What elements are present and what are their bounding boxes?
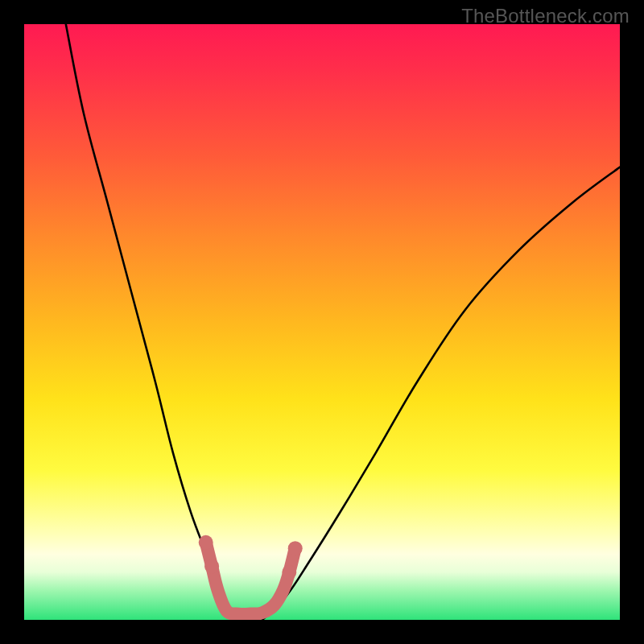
curve-layer	[66, 24, 620, 620]
plot-area	[24, 24, 620, 620]
curve-left-branch	[66, 24, 233, 620]
valley-marker-dot	[282, 565, 296, 580]
valley-marker-dot	[199, 535, 213, 550]
valley-marker-dot	[204, 559, 219, 573]
chart-svg	[24, 24, 620, 620]
marker-layer	[199, 535, 303, 614]
curve-right-branch	[262, 167, 620, 620]
valley-marker-dot	[288, 541, 303, 555]
chart-frame: TheBottleneck.com	[0, 0, 644, 644]
watermark-text: TheBottleneck.com	[461, 5, 630, 27]
valley-marker-stroke	[206, 543, 295, 614]
